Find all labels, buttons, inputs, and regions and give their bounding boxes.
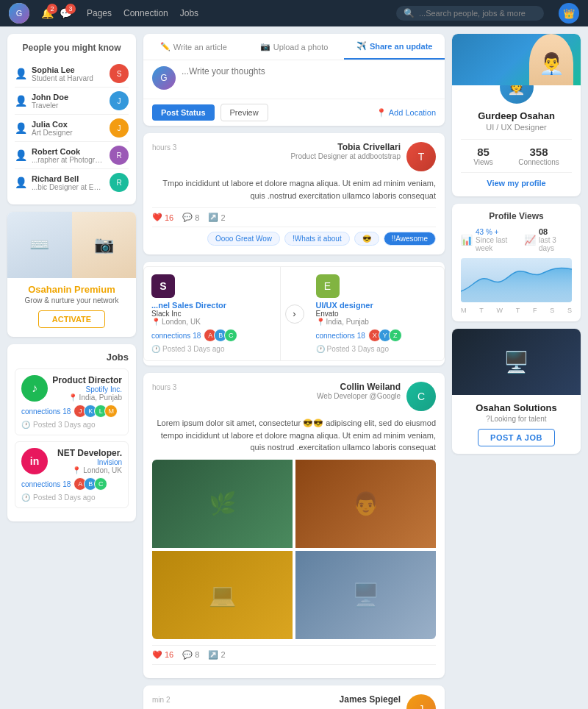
nav-user-avatar[interactable]: G — [9, 3, 29, 24]
job-location: 📍 India, Punjab — [52, 393, 122, 402]
add-location-button[interactable]: 📍 Add Location — [376, 108, 436, 118]
person-icon: 👤 — [15, 149, 27, 161]
list-item[interactable]: 👤 Richard Bell ...bic Designer at Envato… — [15, 169, 129, 196]
messages-icon[interactable]: 💬3 — [60, 7, 72, 19]
post-user-name: James Spiegel — [176, 694, 401, 705]
day-m: M — [461, 307, 467, 314]
post-user-info: Tobia Crivellari Product Designer at add… — [182, 142, 401, 160]
center-column: ✏️ Write an article 📷 Upload a photo ✈️ … — [143, 34, 445, 709]
nav-search-box[interactable]: 🔍 — [396, 6, 544, 21]
weekly-stat: 📊 43 % + Since last week — [461, 227, 524, 252]
person-subtitle: Student at Harvard — [32, 74, 105, 82]
composer-card: ✏️ Write an article 📷 Upload a photo ✈️ … — [143, 34, 445, 126]
slack-logo: S — [151, 274, 175, 298]
feed-post-2: hours 3 Collin Weiland Web Developer @Go… — [143, 373, 445, 678]
tab-write-article[interactable]: ✏️ Write an article — [143, 34, 244, 60]
reaction-tag-wow[interactable]: Oooo Great Wow — [207, 232, 280, 246]
post-header: min 2 James Spiegel J — [152, 694, 436, 710]
chart-day-labels: M T W T F S S — [461, 307, 572, 314]
job-suggestion-slack[interactable]: S ...nel Sales Director Slack Inc 📍 Lond… — [144, 267, 281, 360]
person-name: John Doe — [32, 93, 105, 101]
clock-icon: 🕐 — [21, 494, 30, 502]
person-info: Sophia Lee Student at Harvard — [32, 65, 105, 82]
person-name: Richard Bell — [32, 174, 105, 183]
post-input[interactable] — [182, 66, 436, 93]
like-button[interactable]: ❤️ 16 — [152, 213, 173, 222]
person-avatar: R — [110, 146, 129, 165]
profile-views-stat: 85 Views — [473, 146, 493, 166]
composer-avatar: G — [152, 66, 176, 90]
navbar: G 🔔2 💬3 Pages Connection Jobs 🔍 👑 — [0, 0, 588, 26]
post-job-button[interactable]: POST A JOB — [478, 429, 555, 446]
nav-pages-link[interactable]: Pages — [87, 8, 112, 18]
since-label: Since last week — [476, 236, 524, 252]
job-company: Spotify Inc. — [52, 385, 122, 393]
comment-button[interactable]: 💬 8 — [182, 650, 199, 660]
job-list-item[interactable]: in NET Developer. Invision 📍 London, UK … — [15, 441, 129, 508]
job-title: NET Developer. — [52, 448, 122, 458]
view-profile-button[interactable]: View my profile — [461, 179, 572, 188]
mini-avatar: C — [224, 329, 237, 342]
job-title: Product Director — [52, 375, 122, 385]
job-location: 📍 London, UK — [52, 466, 122, 474]
list-item[interactable]: 👤 Robert Cook ...rapher at Photographs R — [15, 142, 129, 169]
job-list-item[interactable]: ♪ Product Director Spotify Inc. 📍 India,… — [15, 368, 129, 435]
preview-button[interactable]: Preview — [220, 104, 268, 121]
day-s2: S — [567, 307, 572, 314]
solutions-name: Osahan Solutions — [461, 402, 572, 413]
recent-stat-info: 08 last 3 days — [539, 227, 572, 252]
profile-views-title: Profile Views — [461, 211, 572, 221]
location-icon: 📍 — [72, 466, 81, 474]
percent-change: 43 % + — [476, 228, 524, 236]
main-layout: People you might know 👤 Sophia Lee Stude… — [0, 26, 588, 709]
share-button[interactable]: ↗️ 2 — [208, 650, 225, 660]
list-item[interactable]: 👤 John Doe Traveler J — [15, 88, 129, 115]
person-icon: 👤 — [15, 95, 27, 107]
list-item[interactable]: 👤 Julia Cox Art Designer J — [15, 115, 129, 142]
premium-icon-button[interactable]: 👑 — [559, 3, 579, 24]
reaction-tag-emoji[interactable]: 😎 — [354, 232, 379, 246]
connections-row: connections 18 A B C — [151, 329, 273, 342]
profile-name: Gurdeep Osahan — [461, 110, 572, 121]
reaction-tag-whats[interactable]: !Whats it about — [284, 232, 350, 246]
connections-row: connections 18 J K L M — [21, 405, 122, 418]
tab-share-update[interactable]: ✈️ Share an update — [344, 34, 445, 60]
post-header: hours 3 Tobia Crivellari Product Designe… — [152, 142, 436, 171]
mini-avatar: Z — [389, 329, 402, 342]
list-item[interactable]: 👤 Sophia Lee Student at Harvard S — [15, 60, 129, 88]
job-header: in NET Developer. Invision 📍 London, UK — [21, 448, 122, 474]
activate-button[interactable]: ACTIVATE — [38, 310, 105, 328]
profile-connections-stat: 358 Connections — [518, 146, 559, 166]
notifications-icon[interactable]: 🔔2 — [41, 7, 54, 19]
nav-connection-link[interactable]: Connection — [123, 8, 168, 18]
post-time: min 2 — [152, 696, 170, 704]
share-button[interactable]: ↗️ 2 — [208, 213, 225, 222]
solutions-body: Osahan Solutions ?Looking for talent POS… — [452, 395, 581, 454]
tab-upload-photo[interactable]: 📷 Upload a photo — [244, 34, 345, 60]
views-label: Views — [473, 158, 493, 166]
notification-badge: 2 — [47, 4, 57, 14]
post-status-button[interactable]: Post Status — [152, 104, 215, 121]
days-label: last 3 days — [539, 236, 572, 252]
person-avatar: J — [110, 118, 129, 138]
profile-views-card: Profile Views 📊 43 % + Since last week 📈… — [452, 204, 581, 321]
jobs-sidebar-card: Jobs ♪ Product Director Spotify Inc. 📍 I… — [7, 344, 136, 521]
day-t2: T — [516, 307, 520, 314]
person-info: John Doe Traveler — [32, 93, 105, 110]
job-suggestion-envato[interactable]: E UI/UX designer Envato 📍 India, Punjab … — [309, 267, 445, 360]
people-card-title: People you might know — [15, 43, 129, 53]
reaction-tag-awesome[interactable]: !!Awesome — [384, 232, 436, 246]
search-input[interactable] — [419, 9, 537, 18]
like-button[interactable]: ❤️ 16 — [152, 650, 173, 660]
comment-button[interactable]: 💬 8 — [182, 213, 199, 222]
next-job-button[interactable]: › — [281, 267, 309, 360]
people-you-might-know-card: People you might know 👤 Sophia Lee Stude… — [7, 34, 136, 204]
connections-row: connections 18 X Y Z — [316, 329, 437, 342]
solutions-image: 🖥️ — [452, 329, 581, 395]
profile-card: 👨‍💼 👳 Gurdeep Osahan UI / UX Designer 85… — [452, 34, 581, 196]
job-title: UI/UX designer — [316, 301, 437, 310]
weekly-stat-info: 43 % + Since last week — [476, 228, 524, 252]
day-f: F — [533, 307, 537, 314]
nav-jobs-link[interactable]: Jobs — [180, 8, 198, 18]
profile-title: UI / UX Designer — [461, 123, 572, 132]
